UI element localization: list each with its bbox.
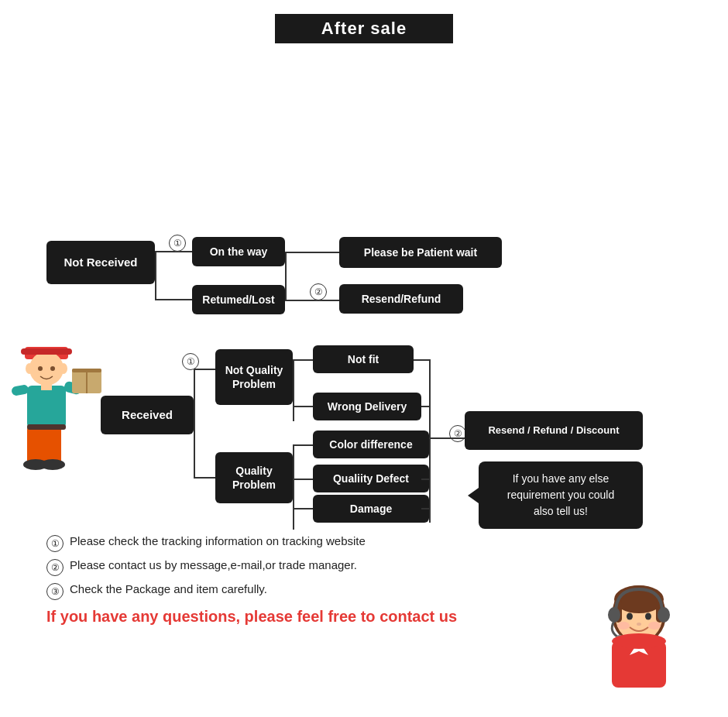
svg-point-19 (60, 363, 67, 374)
quality-defect-label: Qualiity Defect (313, 465, 429, 492)
header: After sale (0, 0, 728, 51)
circle-1-received: ① (182, 353, 199, 370)
line-returned-right (285, 300, 339, 301)
note-item-2: ② Please contact us by message,e-mail,or… (46, 558, 682, 576)
line-to-wrongdel (293, 406, 314, 407)
svg-rect-4 (27, 386, 66, 428)
svg-point-29 (648, 622, 661, 630)
svg-point-16 (38, 366, 43, 371)
line-right-v-received (429, 359, 431, 523)
line-to-qp (194, 477, 217, 479)
svg-point-18 (26, 363, 33, 374)
circle-2-received: ② (449, 425, 466, 442)
line-notfit-right (414, 359, 429, 361)
diagram-area: Not Received ① On the way Retumed/Lost ②… (0, 74, 728, 570)
line-colordiff-right (429, 444, 430, 446)
line-nqp-v (293, 359, 294, 421)
note-item-1: ① Please check the tracking information … (46, 534, 682, 552)
line-to-notfit (293, 359, 314, 361)
not-fit-label: Not fit (313, 345, 414, 373)
note-text-2: Please contact us by message,e-mail,or t… (70, 558, 357, 571)
svg-rect-12 (44, 426, 61, 465)
line-ontheway-right (285, 252, 339, 253)
on-the-way-label: On the way (192, 237, 285, 266)
svg-rect-11 (27, 426, 44, 465)
note-circle-1: ① (46, 535, 64, 552)
note-item-3: ③ Check the Package and item carefully. (46, 582, 682, 600)
note-text-1: Please check the tracking information on… (70, 534, 366, 547)
line-to-resend (429, 437, 468, 439)
note-circle-2: ② (46, 559, 64, 576)
color-difference-label: Color difference (313, 431, 429, 458)
circle-2-top: ② (310, 283, 327, 300)
circle-1-top: ① (169, 235, 186, 252)
contact-text: If you have any questions, please feel f… (46, 608, 682, 626)
svg-point-2 (29, 352, 64, 386)
svg-point-30 (608, 607, 620, 623)
line-not-received-v (155, 251, 156, 299)
svg-point-17 (50, 366, 55, 371)
svg-point-35 (612, 633, 666, 649)
not-received-label: Not Received (46, 241, 155, 284)
page-title: After sale (275, 14, 453, 43)
line-wrongdel-right (421, 406, 429, 407)
line-received-v (194, 369, 195, 477)
svg-point-26 (645, 613, 651, 620)
line-to-returned (155, 299, 194, 300)
line-to-colordiff (293, 444, 314, 446)
svg-point-25 (627, 613, 633, 620)
svg-rect-3 (21, 348, 72, 355)
line-to-qualdef (293, 479, 314, 480)
resend-refund-discount-label: Resend / Refund / Discount (465, 411, 643, 450)
resend-refund-top-label: Resend/Refund (339, 284, 463, 314)
note-text-3: Check the Package and item carefully. (70, 582, 267, 595)
svg-rect-15 (27, 424, 66, 430)
line-damage-right (421, 508, 429, 509)
please-wait-label: Please be Patient wait (339, 237, 502, 268)
wrong-delivery-label: Wrong Delivery (313, 393, 421, 420)
not-quality-problem-label: Not QualityProblem (215, 349, 293, 405)
line-to-damage (293, 508, 314, 509)
svg-point-31 (658, 607, 670, 623)
line-to-nqp (194, 369, 217, 370)
line-qualdef-right (421, 479, 429, 480)
svg-rect-6 (11, 384, 29, 396)
note-circle-3: ③ (46, 583, 64, 600)
line-mid-v-top (285, 252, 287, 300)
returned-lost-label: Retumed/Lost (192, 285, 285, 314)
tooltip-text: If you have any elserequirement you coul… (507, 472, 615, 517)
svg-rect-5 (41, 383, 52, 390)
delivery-person-icon (4, 299, 105, 477)
line-qp-v (293, 444, 294, 530)
quality-problem-label: QualityProblem (215, 452, 293, 503)
customer-service-icon (592, 578, 685, 694)
svg-point-14 (40, 459, 65, 470)
svg-point-27 (637, 623, 641, 626)
svg-point-28 (617, 622, 630, 630)
received-label: Received (101, 396, 194, 434)
